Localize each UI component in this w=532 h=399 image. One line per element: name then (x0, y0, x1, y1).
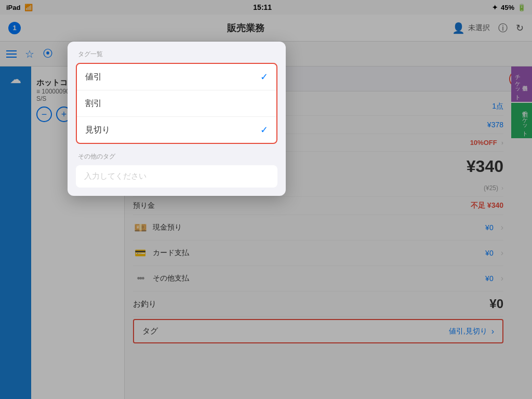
tag-popup: タグ一覧 値引 ✓ 割引 ✓ 見切り ✓ その他のタグ 入力してください (68, 42, 286, 196)
popup-input-area: 入力してください (76, 165, 277, 188)
popup-section-label: タグ一覧 (76, 50, 277, 59)
popup-item-label-1: 割引 (85, 98, 102, 109)
popup-input-placeholder: 入力してください (84, 171, 147, 180)
popup-item-0[interactable]: 値引 ✓ (77, 64, 276, 90)
popup-item-label-2: 見切り (85, 125, 110, 136)
popup-checkmark-0: ✓ (260, 71, 268, 83)
popup-checkmark-2: ✓ (260, 124, 268, 136)
popup-item-1[interactable]: 割引 ✓ (77, 90, 276, 117)
popup-other-label: その他のタグ (76, 152, 277, 161)
popup-item-label-0: 値引 (85, 72, 102, 83)
popup-tag-list: 値引 ✓ 割引 ✓ 見切り ✓ (76, 63, 277, 144)
popup-item-2[interactable]: 見切り ✓ (77, 117, 276, 143)
